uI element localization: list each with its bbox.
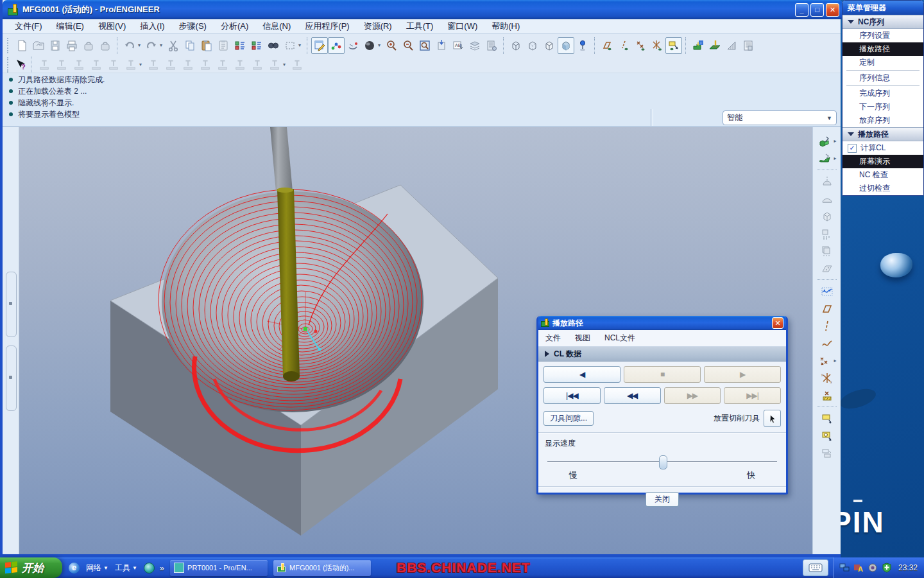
mm-item-seq-setup[interactable]: 序列设置 <box>843 29 923 42</box>
datum-csys-icon[interactable] <box>649 37 665 54</box>
zoom-in-icon[interactable] <box>383 37 400 54</box>
menu-tools[interactable]: 工具(T) <box>399 19 441 33</box>
checkbox-checked-icon[interactable]: ✓ <box>848 144 857 153</box>
regenerate-icon[interactable] <box>232 37 248 54</box>
wireframe-icon[interactable] <box>508 37 524 54</box>
nc-seq-5-icon[interactable] <box>105 58 122 72</box>
mm-item-nc-check[interactable]: NC 检查 <box>843 168 923 182</box>
undo-flyout-icon[interactable]: ▾ <box>138 42 143 48</box>
annotations-icon[interactable] <box>665 37 682 54</box>
reorient-icon[interactable] <box>433 37 450 54</box>
left-sash-strip[interactable] <box>3 127 19 554</box>
mm-item-play-path[interactable]: 播放路径 <box>843 42 923 56</box>
nc-seq-4-icon[interactable] <box>87 58 105 72</box>
menu-insert[interactable]: 插入(I) <box>133 19 171 33</box>
spin-center-icon[interactable] <box>574 37 591 54</box>
undo-icon[interactable] <box>121 37 138 54</box>
saved-views-icon[interactable] <box>450 37 466 54</box>
revolve-icon[interactable] <box>817 173 837 190</box>
flag-camera-icon[interactable] <box>817 427 837 444</box>
network-status-icon[interactable] <box>839 563 850 573</box>
sweep-icon[interactable] <box>817 190 837 207</box>
open-file-icon[interactable] <box>30 37 47 54</box>
menu-steps[interactable]: 步骤(S) <box>172 19 214 33</box>
rewind-button[interactable]: ◀◀ <box>604 387 661 404</box>
new-file-icon[interactable] <box>13 37 30 54</box>
section-nc-sequence[interactable]: NC序列 <box>843 15 923 29</box>
render-style-flyout-icon[interactable]: ▾ <box>378 42 383 48</box>
menu-window[interactable]: 窗口(W) <box>440 19 484 33</box>
mm-item-seq-info[interactable]: 序列信息 <box>843 71 923 85</box>
datum-curve-icon[interactable] <box>817 335 837 352</box>
select-help-icon[interactable] <box>13 58 28 72</box>
render-style-icon[interactable] <box>361 37 378 54</box>
datum-csys-tool-icon[interactable] <box>817 369 837 387</box>
copy-icon[interactable] <box>182 37 198 54</box>
dialog-menu-file[interactable]: 文件 <box>538 333 568 344</box>
mm-item-done-seq[interactable]: 完成序列 <box>843 87 923 100</box>
nc-seq-7-icon[interactable] <box>144 58 162 72</box>
go-to-end-button[interactable]: ▶▶| <box>724 387 781 404</box>
nc-seq-11-icon[interactable] <box>214 58 231 72</box>
nc-seq-14-icon[interactable] <box>266 58 283 72</box>
points-flyout-icon[interactable]: ▸ <box>834 358 839 363</box>
slider-thumb[interactable] <box>659 455 667 469</box>
dialog-close-action-button[interactable]: 关闭 <box>646 492 679 507</box>
section-play-path[interactable]: 播放路径 <box>843 127 923 141</box>
group-icon[interactable] <box>817 444 837 462</box>
select-box-flyout-icon[interactable]: ▾ <box>298 42 304 48</box>
menu-file[interactable]: 文件(F) <box>8 19 49 33</box>
toolbar-overflow-chevron[interactable]: » <box>160 563 164 573</box>
nc-seq-15-icon[interactable] <box>288 58 305 72</box>
smart-filter-icon[interactable] <box>328 37 345 54</box>
cut-icon[interactable] <box>165 37 182 54</box>
cl-data-section-header[interactable]: CL 数据 <box>538 347 786 362</box>
nc-seq-3-icon[interactable] <box>70 58 87 72</box>
zoom-out-icon[interactable] <box>400 37 416 54</box>
sash-toggle-icon[interactable] <box>9 376 12 379</box>
erase-display-icon[interactable] <box>80 37 97 54</box>
model-info-icon[interactable] <box>740 37 757 54</box>
volume-icon[interactable] <box>868 563 878 573</box>
pattern-icon[interactable] <box>817 225 837 242</box>
nc-seq-6-flyout-icon[interactable]: ▾ <box>139 62 144 67</box>
table-pattern-icon[interactable] <box>817 242 837 259</box>
measure-icon[interactable] <box>723 37 740 54</box>
internet-explorer-icon[interactable]: e <box>69 563 80 574</box>
tool-clearance-button[interactable]: 刀具间隙... <box>543 411 594 426</box>
select-box-icon[interactable] <box>282 37 298 54</box>
save-file-icon[interactable] <box>47 37 64 54</box>
find-icon[interactable] <box>265 37 282 54</box>
step-back-button[interactable]: ◀ <box>543 366 620 383</box>
language-bar[interactable] <box>803 559 828 576</box>
menu-help[interactable]: 帮助(H) <box>484 19 527 33</box>
field-point-icon[interactable] <box>817 387 837 404</box>
title-bar[interactable]: MFG0001 (活动的) - Pro/ENGINEER _ □ ✕ <box>3 0 843 19</box>
taskbar-item-prt0001[interactable]: PRT0001 - Pro/EN... <box>170 560 268 576</box>
nc-check-icon[interactable] <box>706 37 723 54</box>
security-shield-icon[interactable] <box>882 563 892 573</box>
tools-menu[interactable]: 工具▼ <box>115 563 137 574</box>
nc-seq-2-icon[interactable] <box>53 58 70 72</box>
place-tool-button[interactable] <box>764 410 781 427</box>
slanted-feature-icon[interactable] <box>817 259 837 277</box>
mm-item-gouge-check[interactable]: 过切检查 <box>843 182 923 195</box>
menu-resources[interactable]: 资源(R) <box>357 19 399 33</box>
start-button[interactable]: 开始 <box>0 557 62 578</box>
close-button[interactable]: ✕ <box>826 3 839 17</box>
datum-points-icon[interactable] <box>632 37 649 54</box>
nc-seq-12-icon[interactable] <box>231 58 248 72</box>
redo-flyout-icon[interactable]: ▾ <box>160 42 165 48</box>
dialog-menu-view[interactable]: 视图 <box>568 333 597 344</box>
nc-seq-9-icon[interactable] <box>179 58 196 72</box>
network-menu[interactable]: 网络▼ <box>86 563 108 574</box>
datum-planes-icon[interactable] <box>599 37 615 54</box>
regen-manager-icon[interactable] <box>248 37 265 54</box>
extrude-icon[interactable] <box>815 132 834 150</box>
dialog-title-bar[interactable]: 播放路径 ✕ <box>538 316 786 330</box>
redo-icon[interactable] <box>143 37 160 54</box>
datum-points-tool-icon[interactable] <box>815 352 834 369</box>
menu-applications[interactable]: 应用程序(P) <box>298 19 356 33</box>
datum-axis-icon[interactable] <box>817 317 837 335</box>
view-manager-icon[interactable] <box>483 37 500 54</box>
